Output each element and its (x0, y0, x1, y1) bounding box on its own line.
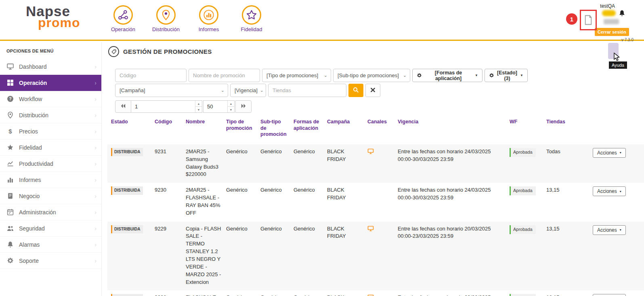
cell-campana: BLACK FRIDAY (327, 225, 367, 241)
table-row[interactable]: DISTRIBUIDA 9230 2MAR25 - FLASHSALE - RA… (107, 183, 644, 221)
sidebar-item-negocio[interactable]: Negocio› (0, 188, 101, 204)
column-header-campana: Campaña (327, 119, 367, 125)
table-body: DISTRIBUIDA 9231 2MAR25 - Samsung Galaxy… (107, 144, 644, 296)
cell-estado: DISTRIBUIDA (111, 225, 155, 234)
acciones-button[interactable]: Acciones ▾ (593, 148, 626, 158)
campana-select[interactable]: [Campaña] ⌄ (115, 84, 228, 97)
screen-channel-icon (367, 225, 374, 232)
page-size-stepper: ▲ ▼ (227, 101, 234, 112)
header: Napse promo OperaciónDistribuciónInforme… (0, 0, 644, 41)
cell-vigencia: Entre las fechas con horario 20/03/2025 … (398, 294, 510, 296)
column-header-sub-tipo-de-promocion: Sub-tipo de promoción (260, 119, 294, 138)
table-row[interactable]: DISTRIBUIDA 9228 FLASHSALE - TERMO STANL… (107, 290, 644, 296)
sidebar-item-informes[interactable]: Informes› (0, 172, 101, 188)
last-page-button[interactable] (235, 100, 252, 113)
chart-line-icon (7, 160, 14, 167)
formas-aplicacion-dropdown[interactable]: [Formas de aplicación] ▼ (412, 69, 482, 82)
stepper-down-icon[interactable]: ▼ (228, 107, 234, 112)
first-page-button[interactable] (115, 100, 131, 113)
svg-text:$: $ (8, 128, 12, 135)
search-icon (353, 87, 359, 94)
sidebar-item-alarmas[interactable]: Alarmas› (0, 237, 101, 253)
chevron-right-icon: › (94, 96, 96, 102)
chevron-down-icon: ⌄ (221, 88, 224, 93)
chevron-right-icon: › (94, 80, 96, 86)
cell-wf: Aprobada (510, 225, 546, 234)
acciones-button[interactable]: Acciones ▾ (593, 186, 626, 196)
sidebar-item-administracion[interactable]: Administración› (0, 204, 101, 220)
tiendas-input[interactable] (268, 84, 346, 97)
campana-value: [Campaña] (120, 87, 145, 93)
estado-dropdown[interactable]: [Estado] (3) ▼ (485, 69, 528, 82)
table-header-row: EstadoCódigoNombreTipo de promociónSub-t… (107, 119, 644, 144)
sidebar-item-label: Administración (19, 209, 56, 216)
chevron-right-icon: › (94, 112, 96, 118)
sidebar-item-soporte[interactable]: Soporte› (0, 253, 101, 269)
cell-subtipo-promocion: Genérico (260, 186, 294, 194)
sidebar-item-fidelidad[interactable]: Fidelidad› (0, 140, 101, 156)
star-nav-icon (242, 5, 261, 25)
acciones-button[interactable]: Acciones ▾ (593, 294, 626, 296)
users-icon (7, 225, 14, 232)
redacted-role-badge (602, 10, 616, 16)
annotation-step-badge: 1 (566, 13, 577, 25)
top-nav-operacion[interactable]: Operación (108, 5, 138, 32)
document-icon[interactable] (584, 15, 593, 25)
codigo-input[interactable] (115, 69, 187, 82)
subtipo-promociones-select[interactable]: [Sub-tipo de promociones] ⌄ (333, 69, 410, 82)
app-root: Napse promo OperaciónDistribuciónInforme… (0, 0, 644, 296)
sidebar-item-seguridad[interactable]: Seguridad› (0, 220, 101, 237)
double-chevron-left-icon (120, 104, 126, 110)
sidebar-item-precios[interactable]: $Precios› (0, 123, 101, 140)
cell-vigencia: Entre las fechas con horario 24/03/2025 … (398, 186, 510, 202)
sidebar-item-distribucion[interactable]: Distribución› (0, 107, 101, 123)
table-row[interactable]: DISTRIBUIDA 9229 Copia - FLASH SALE - TE… (107, 222, 644, 291)
nombre-promocion-input[interactable] (189, 69, 260, 82)
caret-down-icon: ▾ (620, 151, 621, 154)
clear-filters-button[interactable] (365, 84, 380, 97)
top-nav-label: Fidelidad (241, 26, 262, 32)
sidebar-item-productividad[interactable]: Productividad› (0, 156, 101, 172)
sidebar-item-dashboard[interactable]: Dashboard› (0, 59, 101, 75)
cell-formas-aplicacion: Genérico (294, 148, 327, 156)
search-button[interactable] (348, 84, 363, 97)
column-header-nombre: Nombre (186, 119, 226, 125)
annotation-highlight-box (580, 10, 597, 30)
redacted-info-badge (604, 19, 619, 24)
vigencia-select[interactable]: [Vigencia] ⌄ (230, 84, 266, 97)
top-nav-label: Informes (199, 26, 219, 32)
page-number-stepper: ▲ ▼ (195, 101, 202, 112)
cell-tipo-promocion: Genérico (226, 294, 260, 296)
sidebar-title: OPCIONES DE MENÚ (0, 42, 101, 59)
sidebar-item-operacion[interactable]: Operación› (0, 75, 101, 91)
notifications-bell-icon[interactable] (619, 9, 625, 17)
page-size-input[interactable] (203, 101, 227, 112)
acciones-button[interactable]: Acciones ▾ (593, 225, 626, 235)
stepper-up-icon[interactable]: ▲ (195, 101, 202, 107)
chevron-right-icon: › (94, 193, 96, 199)
cell-acciones: Acciones ▾ (593, 186, 644, 196)
cell-formas-aplicacion: Genérico (294, 294, 327, 296)
bell-icon (7, 241, 14, 248)
top-nav-distribucion[interactable]: Distribución (151, 5, 181, 32)
brand-logo[interactable]: Napse promo (26, 3, 80, 30)
stepper-down-icon[interactable]: ▼ (195, 107, 202, 112)
cell-campana: BLACK FRIDAY (327, 186, 367, 202)
sidebar-item-workflow[interactable]: ?Workflow› (0, 91, 101, 107)
status-badge: DISTRIBUIDA (111, 186, 143, 195)
tipo-promociones-select[interactable]: [Tipo de promociones] ⌄ (262, 69, 331, 82)
table-row[interactable]: DISTRIBUIDA 9231 2MAR25 - Samsung Galaxy… (107, 144, 644, 183)
double-chevron-right-icon (241, 104, 246, 110)
chevron-right-icon: › (94, 225, 96, 232)
column-header-codigo: Código (155, 119, 186, 125)
stepper-up-icon[interactable]: ▲ (228, 101, 234, 107)
logout-button[interactable]: Cerrar sesión (595, 28, 629, 36)
sidebar-item-label: Alarmas (19, 241, 40, 248)
cell-tiendas: 13,15 (546, 225, 593, 233)
page-number-input[interactable] (131, 101, 195, 112)
desktop-icon (7, 63, 14, 70)
top-nav-fidelidad[interactable]: Fidelidad (236, 5, 267, 32)
cell-estado: DISTRIBUIDA (111, 186, 155, 195)
chevron-right-icon: › (94, 258, 96, 264)
top-nav-informes[interactable]: Informes (193, 5, 224, 32)
